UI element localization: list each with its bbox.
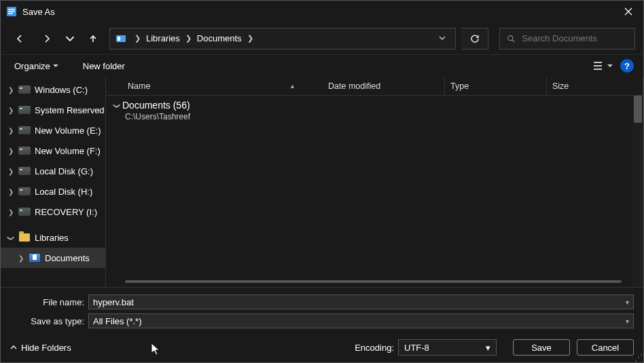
drive-windows-c[interactable]: ❯Windows (C:) xyxy=(1,79,105,100)
encoding-label: Encoding: xyxy=(355,343,394,353)
chevron-right-icon[interactable]: ❯ xyxy=(246,34,255,43)
forward-button[interactable] xyxy=(36,28,58,50)
save-as-dialog: Save As ❯ Libraries ❯ Documents ❯ xyxy=(0,0,644,363)
chevron-down-icon[interactable]: ▾ xyxy=(626,299,629,306)
horizontal-scrollbar[interactable] xyxy=(114,280,632,287)
address-dropdown[interactable] xyxy=(435,33,450,43)
breadcrumb-documents[interactable]: Documents xyxy=(196,33,243,43)
drive-new-volume-f[interactable]: ❯New Volume (F:) xyxy=(1,140,105,161)
new-folder-button[interactable]: New folder xyxy=(79,58,129,74)
app-icon xyxy=(6,6,17,17)
col-type[interactable]: Type xyxy=(445,77,547,96)
chevron-down-icon[interactable]: ❯ xyxy=(113,102,121,108)
drive-system-reserved[interactable]: ❯System Reserved xyxy=(1,100,105,120)
savetype-label: Save as type: xyxy=(10,316,88,326)
file-list[interactable]: ❯ Documents (56) C:\Users\Tashreef xyxy=(106,96,643,287)
svg-rect-5 xyxy=(118,37,120,41)
tree-libraries[interactable]: ❯Libraries xyxy=(1,227,105,248)
filename-input[interactable]: hyperv.bat ▾ xyxy=(88,294,634,309)
encoding-select[interactable]: UTF-8 ▾ xyxy=(398,339,497,356)
save-panel: File name: hyperv.bat ▾ Save as type: Al… xyxy=(1,287,643,362)
address-bar[interactable]: ❯ Libraries ❯ Documents ❯ xyxy=(109,28,456,50)
group-path: C:\Users\Tashreef xyxy=(114,112,643,121)
tree-documents[interactable]: ❯Documents xyxy=(1,248,105,268)
view-options-button[interactable] xyxy=(593,58,613,74)
refresh-button[interactable] xyxy=(461,28,488,50)
chevron-down-icon[interactable]: ▾ xyxy=(626,318,629,325)
col-date[interactable]: Date modified xyxy=(323,77,445,96)
svg-rect-9 xyxy=(594,69,602,70)
location-icon xyxy=(115,33,126,44)
cancel-button[interactable]: Cancel xyxy=(577,339,634,356)
chevron-right-icon[interactable]: ❯ xyxy=(133,34,142,43)
group-title: Documents (56) xyxy=(122,100,190,111)
titlebar: Save As xyxy=(1,1,643,22)
search-icon xyxy=(507,34,515,43)
vertical-scrollbar[interactable] xyxy=(632,96,643,287)
nav-tree: ❯Windows (C:) ❯System Reserved ❯New Volu… xyxy=(1,77,106,287)
search-input[interactable] xyxy=(522,33,628,43)
back-button[interactable] xyxy=(9,28,31,50)
file-view: Name▲ Date modified Type Size ❯ Document… xyxy=(106,77,643,287)
savetype-select[interactable]: All Files (*.*) ▾ xyxy=(88,313,634,328)
column-headers: Name▲ Date modified Type Size xyxy=(106,77,643,96)
svg-rect-1 xyxy=(8,9,15,10)
help-button[interactable]: ? xyxy=(620,59,634,73)
col-name[interactable]: Name▲ xyxy=(122,77,323,96)
hide-folders-button[interactable]: Hide Folders xyxy=(10,343,71,353)
chevron-right-icon[interactable]: ❯ xyxy=(184,34,193,43)
svg-rect-7 xyxy=(594,62,602,63)
organize-menu[interactable]: Organize xyxy=(10,58,62,74)
col-size[interactable]: Size xyxy=(547,77,643,96)
sort-indicator-icon: ▲ xyxy=(289,83,296,90)
svg-rect-3 xyxy=(8,13,13,14)
chevron-up-icon xyxy=(10,344,17,351)
recent-locations-button[interactable] xyxy=(63,28,77,50)
breadcrumb-libraries[interactable]: Libraries xyxy=(145,33,181,43)
resize-grip[interactable]: ⋰ xyxy=(634,354,643,362)
window-title: Save As xyxy=(22,7,613,17)
svg-rect-2 xyxy=(8,11,15,12)
up-button[interactable] xyxy=(82,28,104,50)
search-box[interactable] xyxy=(499,28,635,50)
svg-rect-8 xyxy=(594,65,602,66)
close-button[interactable] xyxy=(613,1,643,22)
group-header[interactable]: ❯ Documents (56) xyxy=(114,100,643,111)
chevron-down-icon[interactable]: ▾ xyxy=(486,343,490,353)
filename-label: File name: xyxy=(10,297,88,307)
svg-point-6 xyxy=(508,35,513,40)
drive-recovery-i[interactable]: ❯RECOVERY (I:) xyxy=(1,202,105,222)
drive-local-disk-g[interactable]: ❯Local Disk (G:) xyxy=(1,161,105,181)
save-button[interactable]: Save xyxy=(513,339,570,356)
drive-local-disk-h[interactable]: ❯Local Disk (H:) xyxy=(1,181,105,202)
drive-new-volume-e[interactable]: ❯New Volume (E:) xyxy=(1,120,105,140)
toolbar: Organize New folder ? xyxy=(1,55,643,77)
nav-bar: ❯ Libraries ❯ Documents ❯ xyxy=(1,22,643,55)
main-area: ❯Windows (C:) ❯System Reserved ❯New Volu… xyxy=(1,77,643,287)
